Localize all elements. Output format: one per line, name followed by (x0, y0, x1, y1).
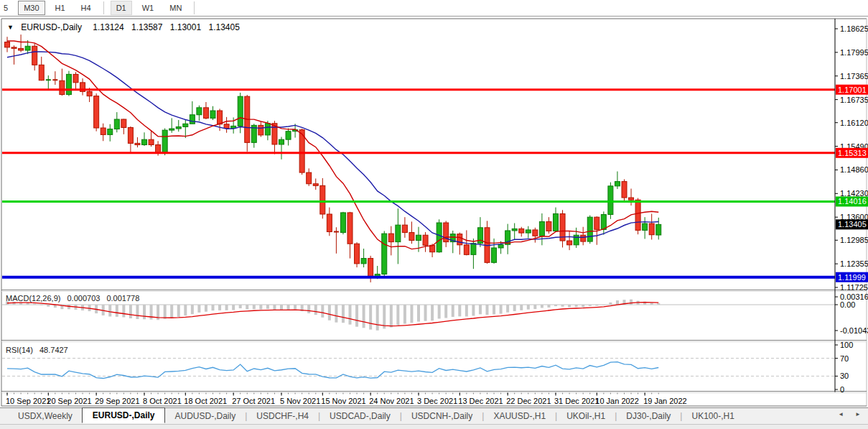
ohlc-close-value: 1.13405 (209, 22, 240, 32)
timeframe-button-5[interactable]: 5 (0, 1, 14, 15)
tab-dj30-daily[interactable]: DJ30-,Daily (617, 409, 680, 423)
timeframe-button-m30[interactable]: M30 (18, 1, 45, 15)
candle-body (347, 213, 353, 244)
timeframe-button-w1[interactable]: W1 (136, 1, 160, 15)
macd-bar (136, 305, 139, 319)
chart-background[interactable] (0, 18, 868, 407)
candle-body (471, 244, 476, 255)
candle-body (629, 198, 634, 200)
macd-bar (314, 305, 317, 315)
macd-bar (630, 300, 633, 305)
tab-uk100-h1[interactable]: UK100-,H1 (682, 409, 743, 423)
macd-bar (568, 305, 571, 307)
price-axis-label: 1.16735 (840, 96, 868, 104)
macd-bar (280, 305, 283, 310)
candle-body (210, 111, 215, 118)
candle-body (608, 186, 613, 215)
macd-bar (390, 305, 393, 328)
timeframe-button-h1[interactable]: H1 (50, 1, 71, 15)
macd-bar (253, 305, 256, 309)
candle-body (258, 125, 263, 135)
chart-dropdown-icon[interactable]: ▼ (7, 24, 14, 31)
macd-bar (164, 305, 167, 319)
rsi-axis-label: 100 (840, 341, 853, 349)
macd-main-value: 0.000703 (67, 294, 100, 303)
macd-bar (212, 305, 215, 310)
candle-body (622, 182, 627, 198)
timeframe-button-d1[interactable]: D1 (111, 1, 132, 15)
tab-ukoil-h1[interactable]: UKOil-,H1 (557, 409, 615, 423)
macd-bar (108, 305, 111, 316)
candle-body (656, 224, 661, 235)
candle-body (176, 126, 181, 129)
candle-body (73, 74, 78, 82)
macd-bar (486, 305, 489, 315)
candle-body (156, 144, 161, 152)
candle-body (533, 230, 538, 236)
macd-bar (170, 305, 173, 318)
macd-bar (294, 305, 297, 309)
candle-body (368, 259, 373, 277)
macd-bar (246, 305, 248, 309)
chart-window: 1.186251.179951.173651.167351.161201.154… (0, 18, 868, 407)
candle-body (355, 244, 360, 264)
candle-body (60, 80, 65, 94)
toolbar-separator (103, 1, 104, 14)
current-price-tag: 1.13405 (838, 220, 867, 229)
macd-bar (533, 305, 536, 309)
macd-bar (547, 305, 550, 308)
candle-body (162, 130, 167, 153)
macd-bar (218, 305, 221, 310)
tab-usdcnh-daily[interactable]: USDCNH-,Daily (402, 409, 482, 423)
macd-bar (259, 305, 262, 310)
chart-header: ▼ EURUSD-,Daily 1.13124 1.13587 1.13001 … (7, 22, 245, 32)
candle-body (128, 127, 133, 143)
macd-bar (493, 305, 495, 314)
date-axis-label: 22 Dec 2021 (506, 397, 551, 405)
macd-bar (465, 305, 468, 316)
macd-bar (349, 305, 352, 325)
hline-price-tag: 1.17001 (838, 86, 867, 94)
macd-bar (616, 300, 619, 305)
tabs-scroll-left-icon[interactable]: ◄ (838, 411, 844, 418)
tab-audusd-daily[interactable]: AUDUSD-,Daily (165, 409, 245, 423)
candle-body (396, 225, 401, 241)
macd-bar (205, 305, 207, 312)
tab-eurusd-daily[interactable]: EURUSD-,Daily (82, 407, 166, 423)
timeframe-button-mn[interactable]: MN (164, 1, 187, 15)
tab-xauusd-h1[interactable]: XAUUSD-,H1 (484, 409, 555, 423)
candle-body (546, 221, 551, 231)
candle-body (574, 235, 579, 245)
date-axis-label: 15 Nov 2021 (321, 397, 365, 405)
candle-body (19, 48, 24, 50)
candle-body (581, 235, 586, 241)
macd-bar (431, 305, 434, 320)
price-chart[interactable]: 1.186251.179951.173651.167351.161201.154… (0, 18, 868, 407)
candle-body (402, 225, 407, 232)
tab-usdchf-h4[interactable]: USDCHF-,H4 (247, 409, 318, 423)
timeframe-button-h4[interactable]: H4 (75, 1, 97, 15)
date-axis-label: 18 Oct 2021 (184, 397, 227, 405)
tabs-scroll-right-icon[interactable]: ► (855, 411, 861, 418)
candle-body (437, 223, 442, 252)
price-axis-label: 1.12985 (840, 236, 868, 244)
date-axis-label: 13 Dec 2021 (458, 397, 503, 405)
candle-body (190, 115, 195, 124)
candle-body (169, 129, 174, 130)
macd-bar (396, 305, 399, 326)
candle-body (539, 221, 544, 236)
macd-bar (369, 305, 372, 330)
macd-bar (328, 305, 331, 320)
price-axis-label: 1.16120 (840, 119, 868, 127)
tab-usdcad-daily[interactable]: USDCAD-,Daily (320, 409, 400, 423)
candle-body (601, 215, 606, 230)
macd-axis-label: 0.00 (840, 300, 855, 309)
macd-bar (177, 305, 180, 317)
macd-title: MACD(12,26,9) (6, 294, 60, 303)
tab-usdx-weekly[interactable]: USDX,Weekly (9, 409, 82, 423)
candle-body (498, 244, 503, 248)
macd-bar (363, 305, 365, 328)
macd-bar (266, 305, 269, 309)
macd-bar (129, 305, 132, 318)
date-axis-label: 19 Jan 2022 (643, 397, 687, 405)
